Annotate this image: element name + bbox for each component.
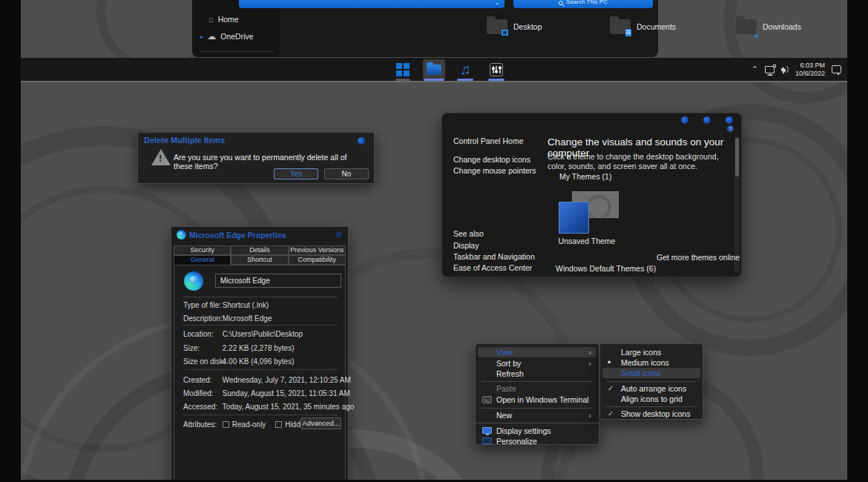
- submenu-item-large-icons[interactable]: Large icons: [602, 347, 700, 357]
- desktop: ⌂ Home ● ☁ OneDrive ⌄ Search This PC Des…: [0, 0, 868, 482]
- tray-chevron-up-icon[interactable]: ⌃: [752, 65, 758, 74]
- edge-properties-dialog: Microsoft Edge Properties Security Detai…: [171, 226, 349, 482]
- home-icon: ⌂: [208, 15, 214, 24]
- my-themes-heading: My Themes (1): [559, 172, 611, 181]
- link-taskbar-navigation[interactable]: Taskbar and Navigation: [453, 252, 535, 261]
- music-app-taskbar-button[interactable]: ♫: [454, 59, 476, 80]
- wallpaper-ring: [723, 0, 868, 104]
- display-tray-icon[interactable]: [765, 66, 775, 73]
- close-icon[interactable]: [335, 231, 342, 238]
- search-box[interactable]: Search This PC: [513, 0, 653, 8]
- menu-item-sort-by[interactable]: Sort by ›: [478, 358, 596, 369]
- checkmark-icon: ✓: [608, 409, 619, 419]
- menu-item-label: Small icons: [621, 369, 661, 377]
- tab-details[interactable]: Details: [231, 245, 288, 255]
- close-icon[interactable]: [726, 116, 733, 124]
- left-screen-bar: [0, 0, 21, 482]
- document-glyph-icon: [625, 29, 631, 36]
- sidebar-item-home[interactable]: ⌂ Home: [208, 15, 239, 24]
- desktop-glyph-icon: [502, 30, 508, 36]
- explorer-sidebar: ⌂ Home ● ☁ OneDrive: [192, 0, 280, 57]
- folder-label: Downloads: [763, 22, 801, 31]
- folder-documents[interactable]: Documents: [610, 19, 676, 34]
- maximize-icon[interactable]: [703, 116, 711, 124]
- menu-item-personalize[interactable]: Personalize: [478, 436, 596, 446]
- submenu-item-show-desktop-icons[interactable]: ✓ Show desktop icons: [602, 409, 700, 419]
- warning-icon: [151, 149, 171, 165]
- property-label: Accessed:: [183, 403, 220, 411]
- menu-item-display-settings[interactable]: Display settings: [478, 426, 596, 436]
- windows-logo-icon: [396, 63, 410, 76]
- link-change-desktop-icons[interactable]: Change desktop icons: [453, 155, 530, 164]
- property-row: Accessed: Today, August 15, 2021, 35 min…: [183, 403, 354, 411]
- search-label: Search This PC: [566, 0, 608, 5]
- folder-downloads[interactable]: ↓ Downloads: [736, 19, 801, 34]
- submenu-item-auto-arrange[interactable]: ✓ Auto arrange icons: [602, 383, 700, 394]
- speaker-icon[interactable]: ): [781, 66, 789, 73]
- advanced-button[interactable]: Advanced...: [300, 417, 341, 429]
- taskbar-center: ♫: [392, 58, 507, 81]
- start-button[interactable]: [392, 59, 414, 80]
- divider: [183, 325, 338, 326]
- submenu-item-align-grid[interactable]: Align icons to grid: [602, 394, 700, 404]
- link-ease-of-access[interactable]: Ease of Access Center: [453, 263, 532, 272]
- scrollbar-thumb[interactable]: [735, 138, 739, 176]
- help-icon[interactable]: ?: [727, 125, 734, 132]
- property-row: Location: C:\Users\Public\Desktop: [183, 330, 303, 338]
- menu-item-view[interactable]: View ›: [478, 347, 596, 357]
- theme-color-preview[interactable]: [559, 202, 589, 234]
- page-description: Click a theme to change the desktop back…: [548, 152, 724, 171]
- property-value: 2.22 KB (2,278 bytes): [223, 344, 295, 352]
- tab-compatibility[interactable]: Compatibility: [289, 255, 346, 265]
- menu-item-refresh[interactable]: Refresh: [478, 369, 596, 379]
- view-submenu: Large icons • Medium icons Small icons ✓…: [599, 343, 703, 420]
- menu-item-label: Paste: [496, 384, 516, 393]
- link-control-panel-home[interactable]: Control Panel Home: [453, 136, 524, 145]
- link-change-mouse-pointers[interactable]: Change mouse pointers: [453, 166, 536, 175]
- tab-general[interactable]: General: [174, 255, 231, 265]
- property-row: Size: 2.22 KB (2,278 bytes): [183, 344, 295, 352]
- property-row: Type of file: Shortcut (.lnk): [183, 301, 269, 309]
- property-label: Size:: [183, 344, 220, 352]
- file-explorer-taskbar-button[interactable]: [423, 59, 445, 80]
- minimize-icon[interactable]: [681, 116, 688, 124]
- folder-desktop[interactable]: Desktop: [487, 19, 542, 34]
- link-display[interactable]: Display: [453, 241, 479, 250]
- folder-icon: [487, 19, 507, 34]
- get-more-themes-link[interactable]: Get more themes online: [657, 253, 740, 262]
- address-bar[interactable]: ⌄: [239, 0, 504, 8]
- chevron-right-icon: ›: [588, 358, 591, 369]
- theme-name: Unsaved Theme: [546, 237, 628, 245]
- taskbar-clock[interactable]: 6:03 PM 10/6/2022: [795, 62, 825, 78]
- sidebar-item-onedrive[interactable]: ● ☁ OneDrive: [200, 31, 254, 42]
- submenu-item-small-icons[interactable]: Small icons: [602, 368, 700, 378]
- menu-item-label: Display settings: [496, 426, 551, 435]
- file-name-field[interactable]: Microsoft Edge: [215, 274, 341, 288]
- folder-icon: ↓: [736, 19, 757, 34]
- attributes-row: Attributes: Read-only Hidden: [183, 420, 309, 429]
- property-label: Description:: [183, 314, 220, 323]
- explorer-icon: [427, 65, 441, 75]
- checkbox-icon: [275, 421, 282, 428]
- yes-button[interactable]: Yes: [274, 168, 318, 179]
- search-icon: [559, 1, 563, 5]
- menu-item-open-terminal[interactable]: ›_ Open in Windows Terminal: [478, 394, 596, 405]
- menu-divider: [481, 381, 593, 382]
- tab-previous-versions[interactable]: Previous Versions: [289, 245, 346, 255]
- speaker-waves-icon: ): [786, 65, 789, 73]
- menu-item-label: Large icons: [621, 348, 661, 357]
- chevron-down-icon[interactable]: ⌄: [494, 0, 500, 6]
- personalize-icon: [482, 438, 492, 444]
- notification-icon[interactable]: [832, 65, 841, 73]
- property-value: Shortcut (.lnk): [223, 301, 269, 309]
- submenu-item-medium-icons[interactable]: • Medium icons: [602, 357, 700, 368]
- no-button[interactable]: No: [324, 168, 369, 179]
- menu-divider: [606, 381, 697, 382]
- menu-item-label: Auto arrange icons: [621, 384, 686, 393]
- mixer-app-taskbar-button[interactable]: [485, 59, 507, 80]
- menu-item-new[interactable]: New ›: [478, 410, 596, 420]
- tab-row-back: Security Details Previous Versions: [174, 245, 346, 255]
- tab-security[interactable]: Security: [174, 245, 231, 255]
- tab-shortcut[interactable]: Shortcut: [231, 255, 288, 265]
- readonly-checkbox[interactable]: Read-only: [223, 420, 266, 429]
